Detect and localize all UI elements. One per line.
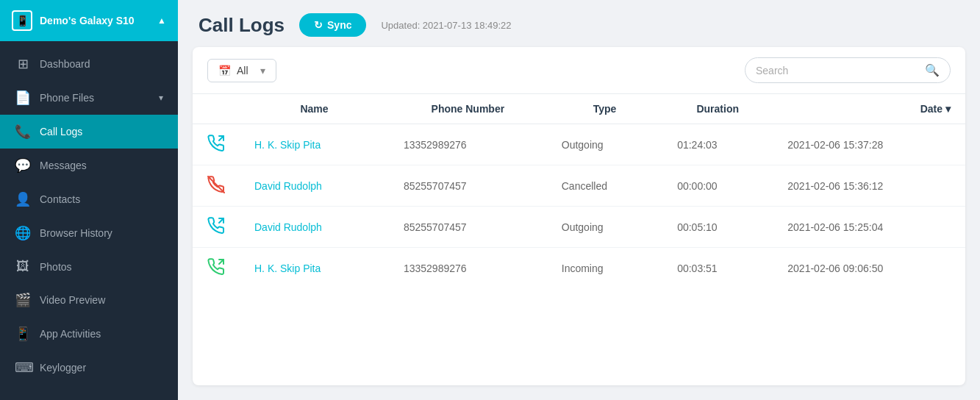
call-type-icon-1 [193,165,240,207]
col-name: Name [240,94,389,124]
col-phone: Phone Number [389,94,547,124]
sidebar-item-app-activities[interactable]: 📱 App Activities [0,317,178,351]
sidebar-item-browser-history[interactable]: 🌐 Browser History [0,216,178,250]
cell-date-1: 2021-02-06 15:36:12 [773,165,965,207]
photos-icon: 🖼 [15,259,31,274]
cell-date-0: 2021-02-06 15:37:28 [773,124,965,165]
sidebar-item-messages[interactable]: 💬 Messages [0,149,178,182]
sidebar-nav: ⊞ Dashboard 📄 Phone Files ▾ 📞 Call Logs … [0,41,178,400]
device-header[interactable]: 📱 Demo's Galaxy S10 ▲ [0,0,178,41]
app-activities-icon: 📱 [15,326,31,342]
cell-name-0: H. K. Skip Pita [240,124,389,165]
sidebar-item-label: Browser History [40,227,112,239]
device-chevron-icon: ▲ [157,15,166,26]
col-type: Type [547,94,662,124]
sidebar-item-video-preview[interactable]: 🎬 Video Preview [0,283,178,317]
sync-button[interactable]: ↻ Sync [299,13,366,37]
cell-type-3: Incoming [547,248,662,289]
sidebar-item-phone-files[interactable]: 📄 Phone Files ▾ [0,81,178,115]
sidebar-item-keylogger[interactable]: ⌨ Keylogger [0,351,178,385]
cell-duration-2: 00:05:10 [662,207,773,248]
search-input[interactable] [756,65,919,76]
call-type-icon-0 [193,124,240,165]
sidebar-item-label: Call Logs [40,126,82,138]
phone-files-icon: 📄 [15,90,31,106]
search-icon: 🔍 [925,63,940,77]
sidebar-item-dashboard[interactable]: ⊞ Dashboard [0,47,178,81]
sidebar-item-label: Messages [40,160,87,171]
keylogger-icon: ⌨ [15,360,31,376]
cell-date-2: 2021-02-06 15:25:04 [773,207,965,248]
cell-phone-1: 85255707457 [389,165,547,207]
cell-type-0: Outgoing [547,124,662,165]
table-row: H. K. Skip Pita 13352989276 Incoming 00:… [193,248,965,289]
table-toolbar: 📅 All ▾ 🔍 [193,47,965,94]
call-type-icon-2 [193,207,240,248]
video-preview-icon: 🎬 [15,292,31,308]
cell-type-1: Cancelled [547,165,662,207]
cell-name-1: David Rudolph [240,165,389,207]
table-container: 📅 All ▾ 🔍 Name Phone Number Type Duratio… [193,47,965,385]
sidebar-item-contacts[interactable]: 👤 Contacts [0,182,178,216]
call-logs-table: Name Phone Number Type Duration Date ▾ [193,94,965,288]
search-box: 🔍 [745,57,951,83]
table-scroll: Name Phone Number Type Duration Date ▾ [193,94,965,385]
sidebar-item-label: Keylogger [40,362,86,374]
cell-phone-2: 85255707457 [389,207,547,248]
page-header: Call Logs ↻ Sync Updated: 2021-07-13 18:… [178,0,980,47]
table-row: H. K. Skip Pita 13352989276 Outgoing 01:… [193,124,965,165]
call-type-icon-3 [193,248,240,289]
sync-label: Sync [327,19,351,31]
device-icon: 📱 [12,10,32,31]
date-sort-icon: ▾ [945,103,951,115]
phone-files-chevron-icon: ▾ [159,93,163,103]
dashboard-icon: ⊞ [15,56,31,72]
device-name: Demo's Galaxy S10 [40,15,150,26]
sidebar-item-label: Contacts [40,193,80,205]
sync-icon: ↻ [314,19,323,31]
browser-history-icon: 🌐 [15,225,31,241]
cell-date-3: 2021-02-06 09:06:50 [773,248,965,289]
filter-chevron-icon: ▾ [260,65,265,76]
updated-text: Updated: 2021-07-13 18:49:22 [381,20,511,31]
table-row: David Rudolph 85255707457 Cancelled 00:0… [193,165,965,207]
sidebar-item-label: Dashboard [40,58,90,70]
sidebar-item-label: App Activities [40,328,101,340]
cell-phone-3: 13352989276 [389,248,547,289]
sidebar-item-call-logs[interactable]: 📞 Call Logs [0,115,178,149]
sidebar-item-label: Photos [40,261,72,273]
page-title: Call Logs [198,14,285,37]
main-content: Call Logs ↻ Sync Updated: 2021-07-13 18:… [178,0,980,400]
cell-duration-1: 00:00:00 [662,165,773,207]
cell-type-2: Outgoing [547,207,662,248]
col-date[interactable]: Date ▾ [773,94,965,124]
calendar-icon: 📅 [218,65,231,76]
sidebar-item-label: Video Preview [40,294,105,306]
sidebar-item-photos[interactable]: 🖼 Photos [0,250,178,283]
table-header-row: Name Phone Number Type Duration Date ▾ [193,94,965,124]
col-duration: Duration [662,94,773,124]
sidebar: 📱 Demo's Galaxy S10 ▲ ⊞ Dashboard 📄 Phon… [0,0,178,400]
cell-phone-0: 13352989276 [389,124,547,165]
messages-icon: 💬 [15,157,31,174]
col-icon [193,94,240,124]
call-logs-icon: 📞 [15,124,31,140]
table-row: David Rudolph 85255707457 Outgoing 00:05… [193,207,965,248]
cell-name-3: H. K. Skip Pita [240,248,389,289]
sidebar-item-label: Phone Files [40,92,94,104]
cell-duration-3: 00:03:51 [662,248,773,289]
contacts-icon: 👤 [15,191,31,207]
cell-duration-0: 01:24:03 [662,124,773,165]
cell-name-2: David Rudolph [240,207,389,248]
filter-value: All [237,65,248,76]
filter-dropdown[interactable]: 📅 All ▾ [207,59,276,82]
